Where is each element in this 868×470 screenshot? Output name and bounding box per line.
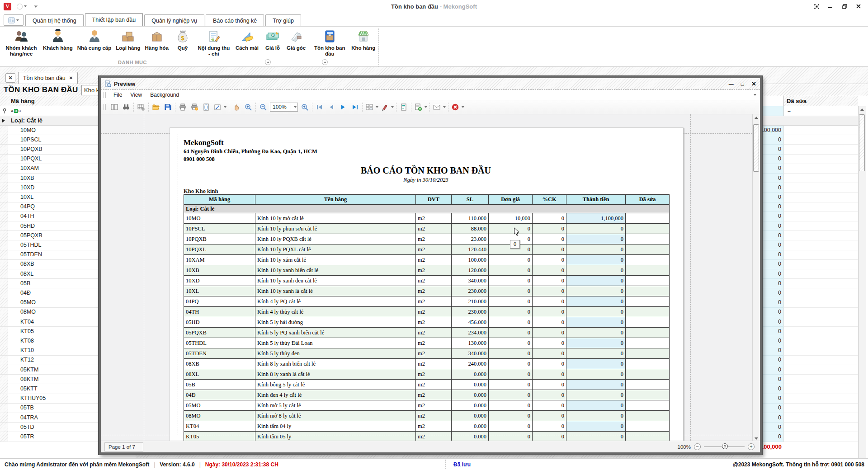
amount-cell[interactable]: 0: [760, 164, 783, 174]
edited-cell[interactable]: [783, 394, 858, 404]
menu-view[interactable]: View: [126, 91, 146, 99]
amount-cell[interactable]: 0: [760, 193, 783, 202]
amount-cell[interactable]: 0: [760, 413, 783, 423]
amount-cell[interactable]: 0: [760, 135, 783, 145]
print-button[interactable]: [177, 102, 189, 113]
amount-cell[interactable]: 0: [760, 231, 783, 240]
edited-cell[interactable]: [783, 202, 858, 212]
zoom-combo[interactable]: 100%: [270, 103, 298, 112]
quick-print-button[interactable]: [189, 102, 200, 113]
scrollbar-thumb[interactable]: [753, 124, 759, 172]
amount-cell[interactable]: 0: [760, 317, 783, 327]
app-menu-button[interactable]: [4, 14, 24, 26]
edited-cell[interactable]: [783, 423, 858, 432]
ribbon-item-6[interactable]: Nội dung thu - chi: [194, 28, 233, 57]
ribbon-item-8[interactable]: 1Giá lỗ: [261, 28, 284, 52]
amount-cell[interactable]: 0: [760, 221, 783, 231]
equals-filter-icon[interactable]: =: [788, 108, 791, 114]
toolbar-customize-icon[interactable]: [34, 5, 38, 8]
amount-cell[interactable]: 0: [760, 155, 783, 164]
edited-cell[interactable]: [783, 384, 858, 394]
edited-cell[interactable]: [783, 298, 858, 308]
chevron-down-icon[interactable]: [754, 94, 756, 96]
chevron-down-icon[interactable]: [291, 103, 297, 111]
edited-cell[interactable]: [783, 346, 858, 356]
grid-settings-button[interactable]: [135, 102, 147, 113]
amount-cell[interactable]: 0: [760, 183, 783, 193]
edited-cell[interactable]: [783, 404, 858, 413]
edited-cell[interactable]: [783, 365, 858, 375]
edited-cell[interactable]: [783, 193, 858, 202]
ribbon-item-10[interactable]: Tồn kho ban đầu: [310, 28, 349, 57]
scrollbar-thumb[interactable]: [859, 114, 865, 171]
ribbon-tab-2[interactable]: Quản lý nghiệp vụ: [144, 14, 204, 26]
edited-cell[interactable]: [783, 212, 858, 221]
next-page-button[interactable]: [337, 102, 349, 113]
amount-cell[interactable]: 0: [760, 327, 783, 336]
drag-grip[interactable]: [104, 92, 106, 98]
group-collapse-icon[interactable]: [322, 59, 328, 65]
edited-cell[interactable]: [783, 288, 858, 298]
amount-cell[interactable]: 0: [760, 288, 783, 298]
amount-cell[interactable]: 0: [760, 423, 783, 432]
edited-cell[interactable]: [783, 155, 858, 164]
fullscreen-icon[interactable]: [811, 2, 821, 10]
close-preview-button[interactable]: [450, 102, 465, 113]
edited-cell[interactable]: [783, 240, 858, 250]
amount-cell[interactable]: 0: [760, 298, 783, 308]
amount-cell[interactable]: 0: [760, 375, 783, 384]
zoom-in-button[interactable]: [299, 102, 311, 113]
find-button[interactable]: [120, 102, 132, 113]
edited-cell[interactable]: [783, 336, 858, 346]
thumbnails-button[interactable]: [108, 102, 120, 113]
edited-cell[interactable]: [783, 183, 858, 193]
close-tab-icon[interactable]: ✕: [69, 75, 73, 80]
ribbon-item-4[interactable]: Hàng hóa: [143, 28, 171, 52]
amount-cell[interactable]: 0: [760, 384, 783, 394]
amount-cell[interactable]: 0: [760, 202, 783, 212]
edited-cell[interactable]: [783, 250, 858, 260]
amount-cell[interactable]: 0: [760, 432, 783, 442]
scroll-up-icon[interactable]: [859, 106, 866, 113]
open-button[interactable]: [150, 102, 162, 113]
edited-cell[interactable]: [783, 145, 858, 154]
minimize-icon[interactable]: —: [729, 82, 734, 86]
ribbon-item-2[interactable]: Nhà cung cấp: [75, 28, 113, 52]
zoom-slider-knob[interactable]: [722, 443, 728, 449]
amount-cell[interactable]: 0: [760, 279, 783, 288]
amount-cell[interactable]: 0: [760, 174, 783, 183]
ribbon-item-1[interactable]: Khách hàng: [41, 28, 75, 52]
ribbon-item-9[interactable]: Giá góc: [284, 28, 308, 52]
edited-cell[interactable]: [783, 260, 858, 269]
export-button[interactable]: [413, 102, 428, 113]
ribbon-item-0[interactable]: Nhóm khách hàng/ncc: [2, 28, 41, 57]
amount-cell[interactable]: 0: [760, 145, 783, 154]
amount-cell[interactable]: 0: [760, 250, 783, 260]
ribbon-tab-4[interactable]: Trợ giúp: [265, 14, 301, 26]
edited-cell[interactable]: [783, 432, 858, 442]
amount-cell[interactable]: 0: [760, 336, 783, 346]
edited-cell[interactable]: [783, 327, 858, 336]
mail-button[interactable]: [431, 102, 447, 113]
scroll-down-icon[interactable]: [753, 437, 760, 440]
ribbon-item-3[interactable]: Loại hàng: [113, 28, 142, 52]
save-button[interactable]: [162, 102, 174, 113]
preview-titlebar[interactable]: Preview — □ ✕: [101, 78, 760, 90]
minimize-icon[interactable]: [826, 2, 835, 10]
edited-cell[interactable]: [783, 413, 858, 423]
amount-filter-cell[interactable]: [760, 106, 783, 116]
amount-cell[interactable]: 0: [760, 365, 783, 375]
edited-cell[interactable]: [783, 126, 858, 135]
restore-icon[interactable]: [840, 2, 849, 10]
scale-button[interactable]: [212, 102, 227, 113]
menu-file[interactable]: File: [109, 91, 126, 99]
first-page-button[interactable]: [314, 102, 326, 113]
zoom-out-button[interactable]: −: [694, 443, 701, 450]
highlight-button[interactable]: [379, 102, 395, 113]
group-collapse-icon[interactable]: [265, 59, 271, 65]
amount-cell[interactable]: 0: [760, 404, 783, 413]
close-icon[interactable]: ✕: [751, 82, 756, 86]
edited-filter-cell[interactable]: =: [783, 106, 858, 116]
edited-cell[interactable]: [783, 269, 858, 279]
maximize-icon[interactable]: □: [741, 82, 744, 86]
